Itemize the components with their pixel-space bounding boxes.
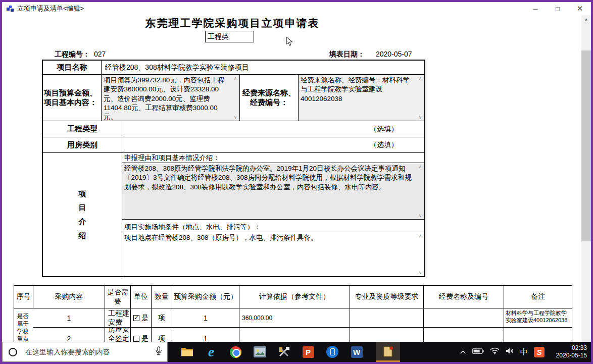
row2-content[interactable]: 房屋安全鉴定费 — [105, 328, 131, 342]
row1-content[interactable]: 工程建安费 — [105, 308, 131, 328]
your-phone-icon[interactable] — [320, 342, 344, 362]
row1-amount[interactable]: 360,000.00 — [239, 308, 350, 328]
row2-unit[interactable]: 项 — [152, 328, 172, 342]
row2-seq: 2 — [33, 328, 105, 342]
microphone-icon[interactable] — [155, 346, 162, 358]
header-need: 是否需要 — [105, 286, 131, 308]
row2-amount[interactable] — [239, 328, 350, 342]
project-no-label: 工程编号： — [55, 50, 90, 59]
row1-remark[interactable]: 是否属于学校 重点项目： — [14, 308, 33, 342]
row1-seq: 1 — [33, 308, 105, 328]
header-seq: 序号 — [14, 286, 33, 308]
row2-qualification[interactable] — [424, 328, 504, 342]
room-category-label: 用房类别 — [43, 137, 122, 152]
maximize-button[interactable]: □ — [547, 2, 569, 15]
taskbar-search[interactable] — [2, 342, 168, 362]
battery-icon[interactable] — [472, 347, 484, 356]
scroll-up-icon[interactable]: ∧ — [419, 233, 422, 238]
scroll-down-icon[interactable]: ∨ — [419, 213, 422, 218]
meta-row: 工程编号： 027 填表日期： 2020-05-07 — [2, 50, 591, 59]
chrome-icon[interactable] — [223, 342, 248, 362]
budget-textarea[interactable]: 项目预算为399732.80元，内容包括工程建安费360000.00元、设计费2… — [102, 75, 239, 121]
row1-need-label: 是 — [141, 314, 149, 323]
minimize-button[interactable]: ─ — [524, 2, 547, 15]
intro-label-text: 项目介绍 — [78, 187, 87, 243]
taskbar-icons: e P — [168, 342, 400, 362]
word-icon[interactable]: W — [344, 342, 369, 362]
date-label: 填表日期： — [329, 50, 365, 59]
funding-scrollbar[interactable]: ∧ ∨ — [416, 75, 424, 121]
row1-need[interactable]: 是 — [131, 308, 152, 328]
tray-time: 02:33 — [551, 344, 587, 352]
window-title: 立项申请及清单<编辑> — [17, 4, 84, 13]
header-unit: 单位 — [131, 286, 152, 308]
project-name-value[interactable]: 经管楼208、308材料学院教学实验室装修项目 — [102, 61, 424, 74]
search-input[interactable] — [25, 348, 155, 356]
tray-clock[interactable]: 02:33 2020-05-15 — [551, 344, 587, 359]
ime-indicator[interactable]: 中 — [520, 347, 528, 357]
row1-qualification[interactable] — [424, 308, 504, 328]
budget-scrollbar[interactable]: ∧ ∨ — [231, 75, 239, 121]
scroll-up-icon[interactable]: ∧ — [419, 76, 422, 81]
scrollbar-thumb[interactable] — [581, 50, 591, 241]
scroll-down-icon[interactable]: ∨ — [419, 115, 422, 120]
sogou-icon[interactable]: S — [534, 347, 545, 357]
project-name-label: 项目名称 — [43, 61, 102, 74]
close-button[interactable]: ✕ — [569, 2, 591, 15]
budget-label: 项目预算金额、项目基本内容： — [43, 75, 102, 121]
reason-textarea[interactable]: 经管楼208、308原为经管学院和法学院的办公室。2019年1月20日校长办公会… — [122, 163, 424, 219]
row1-unit[interactable]: 项 — [152, 308, 172, 328]
file-explorer-icon[interactable] — [175, 342, 199, 362]
tray-chevron-icon[interactable] — [460, 347, 466, 356]
reason-label: 申报理由和项目基本情况介绍： — [122, 153, 424, 163]
reason-scrollbar[interactable]: ∧ ∨ — [416, 163, 424, 219]
row2-need-label: 是 — [141, 334, 149, 342]
header-qty: 数量 — [152, 286, 172, 308]
row1-fund[interactable]: 材料科学与工程学院教学实验室建设40012062038 — [504, 308, 572, 328]
header-amount: 预算采购金额（元） — [172, 286, 239, 308]
scroll-up-icon[interactable]: ∧ — [419, 164, 422, 169]
tray-date: 2020-05-15 — [551, 352, 587, 359]
room-category-value[interactable]: （选填） — [122, 137, 424, 152]
scrollbar-up-icon[interactable]: ∧ — [581, 15, 591, 24]
checkbox-unchecked-icon[interactable] — [133, 336, 139, 342]
header-qualification: 专业及资质等级要求 — [350, 286, 424, 308]
checkbox-checked-icon[interactable] — [133, 315, 139, 321]
purchase-table: 序号 采购内容 是否需要 单位 数量 预算采购金额（元） 计算依据（参考文件） … — [14, 285, 572, 342]
page-title: 东莞理工学院采购项目立项申请表 — [40, 16, 424, 30]
site-scrollbar[interactable]: ∧ ∨ — [416, 232, 424, 276]
engineering-type-label: 工程类型 — [43, 121, 122, 137]
window-scrollbar[interactable]: ∧ — [581, 15, 591, 342]
photos-icon[interactable] — [248, 342, 272, 362]
powerpoint-icon[interactable]: P — [296, 342, 320, 362]
wifi-icon[interactable] — [490, 347, 500, 356]
header-fund: 经费名称及编号 — [424, 286, 504, 308]
row1-basis[interactable] — [350, 308, 424, 328]
row2-fund[interactable] — [504, 328, 572, 342]
funding-textarea[interactable]: 经费来源名称、经费编号：材料科学与工程学院教学实验室建设40012062038 — [299, 75, 424, 121]
row2-need[interactable]: 是 — [131, 328, 152, 342]
app-icon — [6, 5, 14, 13]
header-remark: 备注 — [504, 286, 572, 308]
scroll-down-icon[interactable]: ∨ — [234, 115, 237, 120]
scroll-down-icon[interactable]: ∨ — [419, 270, 422, 275]
project-form-table: 项目名称 经管楼208、308材料学院教学实验室装修项目 项目预算金额、项目基本… — [42, 60, 425, 277]
volume-icon[interactable] — [506, 347, 514, 356]
row2-basis[interactable] — [350, 328, 424, 342]
cortana-icon[interactable] — [9, 348, 17, 356]
engineering-type-value[interactable]: （选填） — [122, 121, 424, 137]
row1-qty[interactable]: 1 — [172, 308, 239, 328]
scroll-up-icon[interactable]: ∧ — [234, 76, 237, 81]
tools-icon[interactable] — [272, 342, 296, 362]
active-app-icon[interactable] — [376, 342, 400, 362]
intro-label: 项目介绍 — [43, 153, 122, 276]
date-value: 2020-05-07 — [376, 50, 412, 58]
funding-label: 经费来源名称、经费编号： — [240, 75, 299, 121]
category-box[interactable]: 工程类 — [205, 31, 254, 42]
internet-explorer-icon[interactable]: e — [199, 342, 223, 362]
row2-qty[interactable]: 1 — [172, 328, 239, 342]
title-bar: 立项申请及清单<编辑> ─ □ ✕ — [2, 2, 591, 15]
site-textarea[interactable]: 项目地点在经管楼208、308（原房号），水电、排污条件具备。 — [122, 232, 424, 276]
form-page: 东莞理工学院采购项目立项申请表 工程类 工程编号： 027 填表日期： 2020… — [2, 15, 591, 342]
header-basis: 计算依据（参考文件） — [239, 286, 350, 308]
